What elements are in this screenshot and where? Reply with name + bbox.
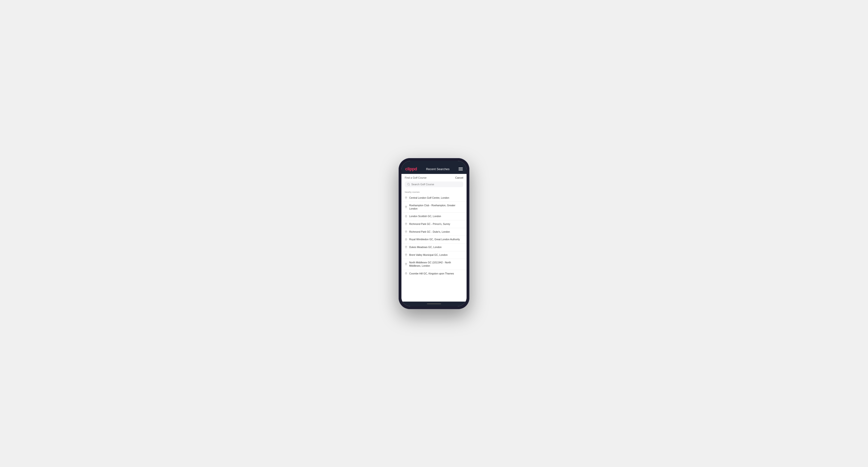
home-bar [427, 304, 441, 304]
pin-icon [405, 230, 407, 234]
search-input[interactable] [411, 183, 461, 186]
phone-screen: clippd Recent Searches Find a Golf Cours… [401, 161, 467, 306]
course-name: North Middlesex GC (1011942 - North Midd… [409, 261, 463, 268]
pin-icon [405, 262, 407, 266]
hamburger-menu-button[interactable] [459, 167, 463, 170]
course-name: Central London Golf Centre, London [409, 196, 449, 199]
content-area: Find a Golf Course Cancel Nearby courses… [401, 174, 467, 302]
course-list-item[interactable]: Brent Valley Municipal GC, London [401, 251, 467, 259]
course-list: Central London Golf Centre, LondonRoeham… [401, 194, 467, 278]
pin-icon [405, 215, 407, 218]
search-bar [405, 182, 463, 187]
pin-icon [405, 272, 407, 275]
pin-icon [405, 253, 407, 256]
phone-frame: clippd Recent Searches Find a Golf Cours… [399, 158, 469, 309]
course-list-item[interactable]: Central London Golf Centre, London [401, 194, 467, 202]
home-indicator-bar [401, 302, 467, 306]
pin-icon [405, 206, 407, 209]
course-list-item[interactable]: Richmond Park GC - Prince's, Surrey [401, 220, 467, 228]
find-label: Find a Golf Course [405, 176, 427, 179]
status-bar [401, 161, 467, 164]
nearby-header: Nearby courses [401, 189, 467, 194]
course-name: Roehampton Club - Roehampton, Greater Lo… [409, 204, 463, 210]
search-bar-container [401, 181, 467, 189]
cancel-button[interactable]: Cancel [455, 176, 463, 179]
course-list-item[interactable]: North Middlesex GC (1011942 - North Midd… [401, 259, 467, 270]
nav-bar: clippd Recent Searches [401, 164, 467, 174]
course-list-item[interactable]: Royal Wimbledon GC, Great London Authori… [401, 236, 467, 244]
pin-icon [405, 222, 407, 226]
course-name: Coombe Hill GC, Kingston upon Thames [409, 272, 454, 275]
nav-title: Recent Searches [426, 167, 450, 171]
pin-icon [405, 246, 407, 249]
course-name: Brent Valley Municipal GC, London [409, 253, 448, 257]
course-list-item[interactable]: London Scottish GC, London [401, 213, 467, 220]
svg-line-1 [409, 185, 409, 185]
pin-icon [405, 196, 407, 199]
course-list-item[interactable]: Dukes Meadows GC, London [401, 244, 467, 251]
pin-icon [405, 238, 407, 241]
course-list-item[interactable]: Coombe Hill GC, Kingston upon Thames [401, 270, 467, 278]
nearby-section: Nearby courses Central London Golf Centr… [401, 189, 467, 278]
find-header: Find a Golf Course Cancel [401, 174, 467, 181]
course-name: Royal Wimbledon GC, Great London Authori… [409, 238, 460, 241]
search-icon [407, 183, 410, 186]
app-logo: clippd [405, 166, 417, 172]
course-list-item[interactable]: Roehampton Club - Roehampton, Greater Lo… [401, 202, 467, 213]
course-list-item[interactable]: Richmond Park GC - Duke's, London [401, 228, 467, 236]
course-name: Dukes Meadows GC, London [409, 246, 441, 249]
course-name: London Scottish GC, London [409, 215, 441, 218]
course-name: Richmond Park GC - Duke's, London [409, 230, 450, 234]
course-name: Richmond Park GC - Prince's, Surrey [409, 222, 450, 226]
